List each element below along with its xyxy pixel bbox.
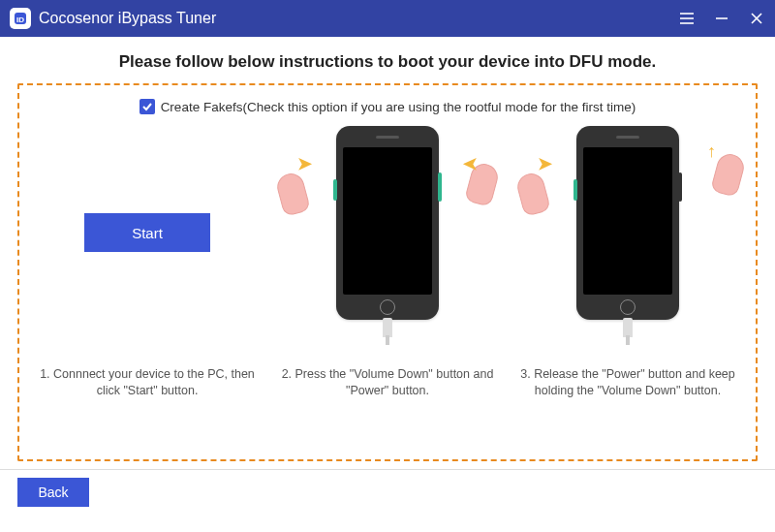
phone-body-icon — [336, 126, 439, 320]
main-content: Please follow below instructions to boot… — [0, 37, 775, 461]
back-button[interactable]: Back — [17, 478, 89, 507]
svg-text:ID: ID — [16, 16, 24, 24]
step-3: ➤ ↑ 3. Release the — [512, 126, 744, 399]
create-fakefs-checkbox[interactable] — [140, 99, 155, 114]
create-fakefs-label: Create Fakefs(Check this option if you a… — [161, 100, 636, 114]
arrow-release-up-icon: ↑ — [707, 141, 716, 162]
step-1: Start 1. Connnect your device to the PC,… — [31, 126, 264, 399]
arrow-press-right-icon: ➤ — [463, 153, 478, 174]
finger-left-icon — [274, 169, 319, 224]
app-logo-icon: ID — [10, 8, 31, 29]
step-2: ➤ ➤ 2. Press the " — [271, 126, 504, 399]
minimize-icon[interactable] — [713, 10, 730, 27]
step-2-caption: 2. Press the "Volume Down" button and "P… — [271, 366, 504, 399]
footer: Back — [0, 469, 775, 507]
window-controls — [678, 10, 765, 27]
titlebar: ID Cocosenor iBypass Tuner — [0, 0, 775, 37]
step-3-caption: 3. Release the "Power" button and keep h… — [512, 366, 744, 399]
phone-illustration-release: ➤ ↑ — [545, 126, 710, 339]
finger-left-hold-icon — [514, 169, 559, 224]
power-highlight-icon — [438, 172, 442, 202]
cable-icon — [623, 318, 633, 337]
cable-icon — [383, 318, 392, 337]
app-title: Cocosenor iBypass Tuner — [39, 10, 678, 27]
volume-down-highlight-icon — [333, 179, 337, 201]
power-unhighlight-icon — [678, 172, 682, 202]
phone-body-icon — [576, 126, 679, 320]
instructions-panel: Create Fakefs(Check this option if you a… — [17, 83, 758, 461]
start-button[interactable]: Start — [84, 213, 210, 252]
phone-illustration-press: ➤ ➤ — [305, 126, 470, 339]
step-1-caption: 1. Connnect your device to the PC, then … — [31, 366, 264, 399]
create-fakefs-row: Create Fakefs(Check this option if you a… — [31, 99, 744, 114]
close-icon[interactable] — [748, 10, 765, 27]
steps-row: Start 1. Connnect your device to the PC,… — [31, 126, 744, 399]
page-headline: Please follow below instructions to boot… — [17, 52, 758, 72]
volume-down-highlight-icon — [574, 179, 577, 201]
menu-icon[interactable] — [678, 10, 696, 27]
